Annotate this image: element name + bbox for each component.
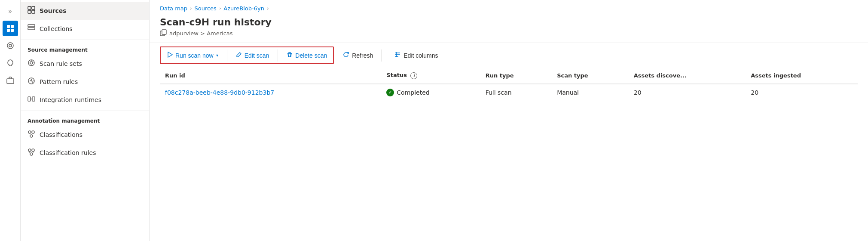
sidebar-item-sources-label: Sources: [40, 7, 67, 14]
briefcase-icon[interactable]: [3, 72, 18, 88]
col-status: Status i: [381, 68, 480, 84]
columns-icon: [394, 51, 401, 59]
edit-columns-button[interactable]: Edit columns: [389, 49, 443, 62]
col-run-type: Run type: [480, 68, 552, 84]
run-id-link[interactable]: f08c278a-beeb-4e88-9db0-912b3b7: [165, 89, 274, 96]
svg-rect-11: [28, 25, 35, 27]
cell-run-type: Full scan: [480, 84, 552, 101]
svg-rect-1: [11, 25, 14, 28]
status-label: Completed: [397, 89, 429, 96]
table-row: f08c278a-beeb-4e88-9db0-912b3b7 ✓ Comple…: [160, 84, 858, 101]
page-subtitle: adpurview > Americas: [160, 29, 858, 37]
data-map-icon[interactable]: [3, 21, 18, 36]
table-container: Run id Status i Run type Scan type Asset…: [150, 68, 868, 241]
toolbar-divider-1: [227, 49, 227, 62]
col-assets-ingested: Assets ingested: [746, 68, 858, 84]
toolbar-highlighted-group: Run scan now ▾ Edit scan Del: [160, 46, 334, 64]
svg-rect-7: [28, 6, 31, 9]
annotation-management-section: Annotation management: [21, 113, 149, 126]
svg-point-19: [32, 131, 34, 133]
svg-point-18: [28, 131, 31, 133]
svg-point-4: [7, 43, 13, 49]
source-management-section: Source management: [21, 42, 149, 55]
sidebar-item-pattern-rules[interactable]: Pattern rules: [21, 73, 149, 91]
classifications-icon: [28, 130, 35, 139]
cell-assets-discovered: 20: [629, 84, 746, 101]
sidebar-item-classifications[interactable]: Classifications: [21, 126, 149, 144]
status-info-icon[interactable]: i: [410, 72, 417, 79]
svg-rect-12: [28, 28, 35, 30]
svg-point-20: [30, 135, 33, 137]
collections-icon: [28, 24, 35, 34]
sidebar-item-classifications-label: Classifications: [40, 131, 83, 138]
page-header: Scan-c9H run history adpurview > America…: [150, 15, 868, 43]
integration-runtimes-icon: [28, 95, 35, 105]
main-content: Data map › Sources › AzureBlob-6yn › Sca…: [150, 0, 868, 241]
svg-point-14: [30, 62, 33, 64]
breadcrumb-sources[interactable]: Sources: [194, 5, 216, 12]
refresh-icon: [342, 51, 349, 59]
col-run-id: Run id: [160, 68, 381, 84]
pattern-rules-icon: [28, 77, 35, 87]
cell-assets-ingested: 20: [746, 84, 858, 101]
collapse-icon[interactable]: »: [3, 3, 18, 19]
edit-icon: [236, 52, 242, 59]
sidebar-item-scan-rule-sets[interactable]: Scan rule sets: [21, 55, 149, 73]
breadcrumb-data-map[interactable]: Data map: [160, 5, 187, 12]
sidebar-item-collections[interactable]: Collections: [21, 20, 149, 38]
svg-marker-26: [168, 52, 172, 57]
breadcrumb-sep-2: ›: [219, 6, 221, 11]
svg-point-22: [32, 149, 34, 151]
sidebar-item-integration-runtimes[interactable]: Integration runtimes: [21, 91, 149, 109]
refresh-label: Refresh: [352, 52, 373, 59]
cell-run-id: f08c278a-beeb-4e88-9db0-912b3b7: [160, 84, 381, 101]
breadcrumb-sep-3: ›: [267, 6, 269, 11]
scan-rule-sets-icon: [28, 59, 35, 68]
svg-rect-2: [7, 29, 10, 32]
cell-scan-type: Manual: [552, 84, 629, 101]
sidebar-item-classification-rules[interactable]: Classification rules: [21, 144, 149, 162]
run-scan-now-label: Run scan now: [175, 52, 214, 59]
svg-point-13: [28, 60, 34, 66]
breadcrumb-sep-1: ›: [190, 6, 192, 11]
breadcrumb: Data map › Sources › AzureBlob-6yn ›: [150, 0, 868, 15]
page-title: Scan-c9H run history: [160, 17, 858, 28]
svg-rect-0: [7, 25, 10, 28]
sidebar-item-collections-label: Collections: [40, 25, 73, 32]
svg-rect-8: [32, 6, 35, 9]
scan-history-table: Run id Status i Run type Scan type Asset…: [160, 68, 858, 101]
play-icon: [167, 52, 173, 59]
breadcrumb-azureblob[interactable]: AzureBlob-6yn: [223, 5, 264, 12]
run-scan-now-button[interactable]: Run scan now ▾: [162, 49, 223, 62]
svg-rect-10: [32, 10, 35, 13]
svg-point-5: [9, 44, 12, 47]
nav-divider-2: [21, 111, 149, 111]
sidebar-item-integration-runtimes-label: Integration runtimes: [40, 96, 101, 103]
svg-rect-25: [162, 30, 166, 34]
status-cell: ✓ Completed: [386, 89, 475, 96]
svg-rect-17: [32, 97, 35, 101]
toolbar-separator: [382, 49, 382, 62]
run-scan-now-chevron: ▾: [216, 53, 218, 58]
refresh-button[interactable]: Refresh: [337, 49, 378, 62]
svg-rect-3: [11, 29, 14, 32]
delete-scan-label: Delete scan: [295, 52, 327, 59]
col-assets-discovered: Assets discove...: [629, 68, 746, 84]
sidebar-item-pattern-rules-label: Pattern rules: [40, 78, 78, 85]
toolbar: Run scan now ▾ Edit scan Del: [150, 43, 868, 68]
insights-icon[interactable]: [3, 55, 18, 71]
svg-point-21: [28, 149, 31, 151]
sidebar-item-sources[interactable]: Sources: [21, 2, 149, 20]
toolbar-divider-2: [278, 49, 278, 62]
svg-rect-9: [28, 10, 31, 13]
catalog-icon[interactable]: [3, 38, 18, 53]
edit-scan-label: Edit scan: [245, 52, 269, 59]
classification-rules-icon: [28, 148, 35, 158]
delete-scan-button[interactable]: Delete scan: [281, 49, 332, 62]
nav-divider-1: [21, 40, 149, 40]
svg-rect-6: [7, 79, 14, 83]
edit-scan-button[interactable]: Edit scan: [231, 49, 275, 62]
sidebar-item-classification-rules-label: Classification rules: [40, 149, 96, 156]
page-subtitle-text: adpurview > Americas: [169, 30, 233, 37]
icon-sidebar: »: [0, 0, 21, 241]
